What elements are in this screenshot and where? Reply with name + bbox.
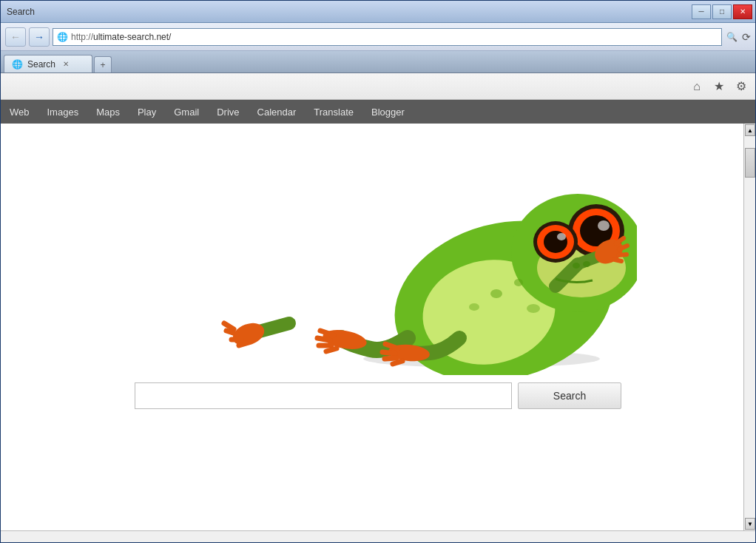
home-icon[interactable]: ⌂ — [689, 78, 705, 95]
svg-line-5 — [226, 331, 237, 334]
browser-toolbar: ⌂ ★ ⚙ — [1, 73, 755, 100]
toolbar-right: ⌂ ★ ⚙ — [689, 78, 749, 95]
title-bar: Search ─ □ ✕ — [1, 1, 755, 23]
svg-line-19 — [393, 361, 402, 364]
svg-line-35 — [618, 254, 627, 255]
search-input[interactable] — [135, 382, 512, 409]
search-area: Search — [135, 382, 621, 409]
tab-label: Search — [27, 59, 55, 70]
new-tab-button[interactable]: + — [94, 56, 112, 72]
frog-image — [119, 124, 637, 375]
browser-title: Search — [7, 7, 35, 17]
svg-point-38 — [583, 261, 590, 267]
site-nav-bar: Web Images Maps Play Gmail Drive Calenda… — [1, 100, 755, 124]
browser-window: Search ─ □ ✕ ← → 🌐 http://ultimate-searc… — [0, 0, 756, 543]
nav-item-drive[interactable]: Drive — [215, 104, 240, 121]
scroll-down-arrow[interactable]: ▼ — [745, 518, 755, 530]
forward-button[interactable]: → — [29, 27, 50, 47]
svg-line-36 — [615, 260, 621, 261]
horizontal-scrollbar — [1, 530, 755, 542]
svg-line-12 — [317, 338, 330, 340]
title-bar-left: Search — [4, 7, 35, 17]
vertical-scrollbar: ▲ ▼ — [743, 124, 755, 530]
tab-bar: 🌐 Search ✕ + — [1, 51, 755, 73]
svg-point-39 — [490, 289, 502, 298]
close-button[interactable]: ✕ — [733, 4, 752, 19]
nav-item-blogger[interactable]: Blogger — [370, 104, 406, 121]
svg-line-18 — [385, 358, 396, 359]
scroll-up-arrow[interactable]: ▲ — [745, 124, 755, 136]
svg-line-14 — [326, 348, 337, 351]
back-button[interactable]: ← — [5, 27, 26, 47]
nav-item-images[interactable]: Images — [46, 104, 81, 121]
tab-close-button[interactable]: ✕ — [63, 60, 69, 68]
svg-point-40 — [514, 279, 523, 286]
nav-item-maps[interactable]: Maps — [95, 104, 121, 121]
nav-item-gmail[interactable]: Gmail — [172, 104, 200, 121]
window-controls: ─ □ ✕ — [692, 4, 752, 19]
scroll-thumb[interactable] — [745, 148, 755, 178]
svg-point-25 — [598, 220, 610, 231]
tab-icon: 🌐 — [12, 59, 23, 70]
favorites-icon[interactable]: ★ — [711, 78, 727, 95]
nav-item-play[interactable]: Play — [136, 104, 158, 121]
frog-container — [1, 124, 755, 375]
svg-point-42 — [527, 304, 540, 313]
svg-point-29 — [557, 233, 566, 240]
address-bar: ← → 🌐 http://ultimate-search.net/ 🔍 ⟳ — [1, 23, 755, 51]
minimize-button[interactable]: ─ — [692, 4, 711, 19]
svg-line-17 — [382, 352, 395, 354]
url-text: http://ultimate-search.net/ — [71, 32, 171, 42]
nav-item-web[interactable]: Web — [8, 104, 31, 121]
url-bar[interactable]: 🌐 http://ultimate-search.net/ — [53, 28, 722, 46]
content-wrapper: Search — [1, 124, 755, 530]
search-magnifier-icon: 🔍 — [726, 32, 738, 42]
active-tab[interactable]: 🌐 Search ✕ — [4, 55, 92, 72]
nav-item-calendar[interactable]: Calendar — [256, 104, 298, 121]
restore-button[interactable]: □ — [712, 4, 732, 19]
search-button[interactable]: Search — [518, 382, 621, 409]
refresh-icon[interactable]: ⟳ — [742, 31, 751, 43]
nav-item-translate[interactable]: Translate — [312, 104, 355, 121]
svg-point-37 — [573, 263, 580, 269]
svg-line-7 — [239, 343, 246, 345]
ie-icon: 🌐 — [56, 31, 68, 43]
main-content: Search ▲ ▼ — [1, 124, 755, 530]
svg-point-41 — [469, 303, 479, 311]
settings-icon[interactable]: ⚙ — [733, 78, 749, 95]
